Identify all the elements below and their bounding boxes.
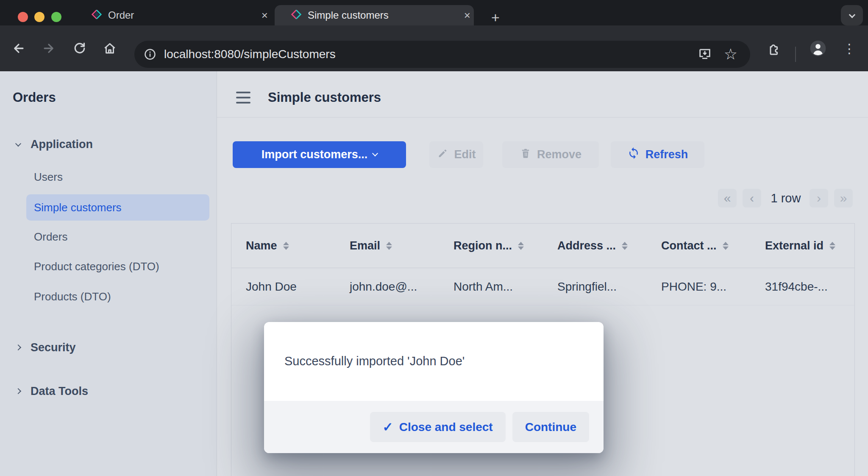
dialog-footer: ✓ Close and select Continue (264, 401, 604, 453)
sidebar-item-simple-customers[interactable]: Simple customers (26, 194, 209, 221)
back-button[interactable] (9, 39, 28, 58)
cell-external-id: 31f94cbe-... (751, 268, 854, 305)
browser-toolbar: localhost:8080/simpleCustomers ☆ (0, 25, 868, 71)
chevron-right-icon (15, 388, 21, 394)
pencil-icon (437, 147, 449, 162)
column-header-contact[interactable]: Contact ... (647, 224, 751, 268)
sidebar-section-security[interactable]: Security (0, 340, 76, 355)
cell-email: john.doe@... (335, 268, 439, 305)
sidebar-item-product-categories[interactable]: Product categories (DTO) (34, 259, 159, 274)
install-app-icon[interactable] (698, 46, 712, 62)
table-header-row: Name Email Region n... Address ... Conta… (231, 224, 854, 268)
home-button[interactable] (100, 39, 119, 58)
table-row[interactable]: John Doe john.doe@... North Am... Spring… (231, 268, 854, 305)
header-divider (217, 117, 868, 118)
dialog-message: Successfully imported 'John Doe' (284, 353, 465, 369)
check-icon: ✓ (383, 420, 393, 434)
sort-icon[interactable] (386, 242, 392, 250)
chevron-right-icon (15, 344, 21, 350)
tab-search-button[interactable] (841, 5, 863, 25)
sidebar-item-products[interactable]: Products (DTO) (34, 289, 111, 304)
sort-icon[interactable] (622, 242, 628, 250)
browser-menu-icon[interactable]: ⋮ (840, 39, 859, 58)
tab-close-icon[interactable]: × (262, 9, 268, 22)
sort-icon[interactable] (723, 242, 729, 250)
column-header-name[interactable]: Name (231, 224, 335, 268)
refresh-button[interactable]: Refresh (611, 141, 704, 168)
bookmark-star-icon[interactable]: ☆ (724, 45, 737, 63)
sort-icon[interactable] (518, 242, 524, 250)
window-minimize-button[interactable] (34, 12, 45, 22)
cell-address: Springfiel... (543, 268, 647, 305)
address-bar[interactable]: localhost:8080/simpleCustomers ☆ (134, 41, 750, 68)
previous-page-button[interactable]: ‹ (743, 189, 761, 207)
app-page: Orders Application Users Simple customer… (0, 71, 868, 476)
jmix-favicon (91, 9, 102, 22)
page-title: Simple customers (268, 87, 381, 108)
column-header-address[interactable]: Address ... (543, 224, 647, 268)
window-close-button[interactable] (18, 12, 28, 22)
sidebar-item-orders[interactable]: Orders (34, 229, 67, 244)
sidebar: Orders Application Users Simple customer… (0, 71, 217, 476)
import-result-dialog: Successfully imported 'John Doe' ✓ Close… (264, 322, 604, 453)
site-info-icon[interactable] (144, 48, 156, 61)
reload-button[interactable] (70, 39, 89, 58)
column-header-external-id[interactable]: External id (751, 224, 854, 268)
tab-close-icon[interactable]: × (464, 9, 470, 22)
tab-strip: Order × Simple customers × + (0, 0, 868, 25)
cell-contact: PHONE: 9... (647, 268, 751, 305)
app-title: Orders (13, 87, 56, 108)
menu-toggle-button[interactable] (236, 92, 250, 104)
sidebar-section-data-tools[interactable]: Data Tools (0, 384, 88, 399)
chevron-down-icon (15, 141, 21, 147)
chevron-down-icon (372, 150, 378, 156)
new-tab-button[interactable]: + (487, 9, 504, 25)
continue-button[interactable]: Continue (512, 412, 589, 442)
browser-window: Order × Simple customers × + (0, 0, 868, 476)
sort-icon[interactable] (829, 242, 835, 250)
rows-count-label: 1 row (770, 190, 802, 206)
sidebar-item-users[interactable]: Users (34, 169, 63, 185)
first-page-button[interactable]: « (718, 189, 737, 207)
refresh-icon (627, 147, 640, 162)
last-page-button[interactable]: » (834, 189, 853, 207)
column-header-region[interactable]: Region n... (439, 224, 543, 268)
window-zoom-button[interactable] (51, 12, 61, 22)
tab-title: Order (108, 9, 255, 21)
close-and-select-button[interactable]: ✓ Close and select (370, 412, 506, 442)
chevron-down-icon (849, 11, 855, 18)
import-customers-button[interactable]: Import customers... (233, 141, 406, 168)
tab-title: Simple customers (308, 9, 457, 21)
url-text[interactable]: localhost:8080/simpleCustomers (164, 48, 698, 61)
remove-button[interactable]: Remove (502, 141, 599, 168)
tab-order[interactable]: Order × (78, 5, 271, 25)
cell-region: North Am... (439, 268, 543, 305)
jmix-favicon (291, 9, 302, 22)
sort-icon[interactable] (283, 242, 289, 250)
edit-button[interactable]: Edit (429, 141, 483, 168)
column-header-email[interactable]: Email (335, 224, 439, 268)
forward-button[interactable] (39, 39, 58, 58)
tab-simple-customers[interactable]: Simple customers × (275, 5, 474, 25)
next-page-button[interactable]: › (810, 189, 828, 207)
toolbar-divider (795, 47, 796, 62)
cell-name: John Doe (231, 268, 335, 305)
trash-icon (520, 147, 531, 162)
sidebar-section-application[interactable]: Application (0, 137, 93, 152)
extensions-icon[interactable] (764, 39, 782, 58)
profile-avatar[interactable] (809, 39, 827, 58)
